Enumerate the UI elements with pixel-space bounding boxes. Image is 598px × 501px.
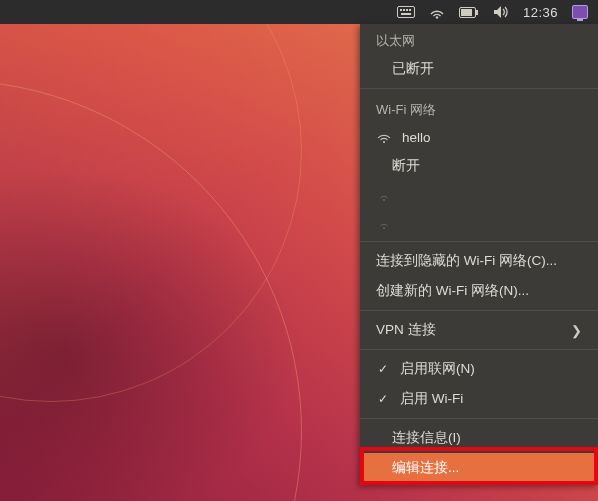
- create-new-wifi[interactable]: 创建新的 Wi-Fi 网络(N)...: [360, 276, 598, 306]
- edit-connections[interactable]: 编辑连接...: [360, 453, 598, 483]
- separator: [360, 88, 598, 89]
- svg-rect-3: [406, 9, 408, 11]
- checkmark-icon: ✓: [376, 392, 390, 406]
- network-menu: 以太网 已断开 Wi-Fi 网络 hello 断开 连接到隐藏的 Wi-Fi 网…: [360, 24, 598, 485]
- wifi-signal-icon: [376, 129, 392, 145]
- wifi-network-empty[interactable]: [360, 209, 598, 237]
- separator: [360, 418, 598, 419]
- separator: [360, 310, 598, 311]
- chevron-right-icon: ❯: [571, 323, 582, 338]
- separator: [360, 349, 598, 350]
- svg-rect-0: [397, 7, 414, 18]
- ethernet-header: 以太网: [360, 24, 598, 54]
- connect-hidden-wifi[interactable]: 连接到隐藏的 Wi-Fi 网络(C)...: [360, 246, 598, 276]
- enable-networking[interactable]: ✓ 启用联网(N): [360, 354, 598, 384]
- separator: [360, 241, 598, 242]
- wifi-network-label: hello: [402, 130, 431, 145]
- wifi-network-empty[interactable]: [360, 181, 598, 209]
- wifi-header: Wi-Fi 网络: [360, 93, 598, 123]
- checkmark-icon: ✓: [376, 362, 390, 376]
- svg-rect-8: [476, 10, 478, 15]
- top-menu-bar: 12:36: [0, 0, 598, 24]
- svg-rect-2: [403, 9, 405, 11]
- svg-point-11: [383, 199, 385, 201]
- svg-point-10: [383, 141, 385, 143]
- svg-rect-9: [461, 9, 472, 16]
- wifi-disconnect[interactable]: 断开: [360, 151, 598, 181]
- ethernet-disconnected[interactable]: 已断开: [360, 54, 598, 84]
- svg-point-6: [436, 16, 438, 18]
- vpn-connections[interactable]: VPN 连接 ❯: [360, 315, 598, 345]
- enable-wifi[interactable]: ✓ 启用 Wi-Fi: [360, 384, 598, 414]
- svg-rect-1: [400, 9, 402, 11]
- vpn-label: VPN 连接: [376, 321, 436, 339]
- svg-rect-5: [401, 13, 411, 15]
- wifi-signal-weak-icon: [376, 215, 392, 231]
- clock[interactable]: 12:36: [523, 5, 558, 20]
- enable-networking-label: 启用联网(N): [400, 360, 475, 378]
- wifi-signal-weak-icon: [376, 187, 392, 203]
- svg-rect-4: [409, 9, 411, 11]
- network-indicator-icon[interactable]: [429, 4, 445, 20]
- monitor-icon[interactable]: [572, 5, 588, 19]
- sound-icon[interactable]: [493, 5, 509, 19]
- keyboard-icon[interactable]: [397, 6, 415, 18]
- svg-point-12: [383, 227, 385, 229]
- connection-info[interactable]: 连接信息(I): [360, 423, 598, 453]
- wifi-network-hello[interactable]: hello: [360, 123, 598, 151]
- enable-wifi-label: 启用 Wi-Fi: [400, 390, 463, 408]
- battery-icon[interactable]: [459, 7, 479, 18]
